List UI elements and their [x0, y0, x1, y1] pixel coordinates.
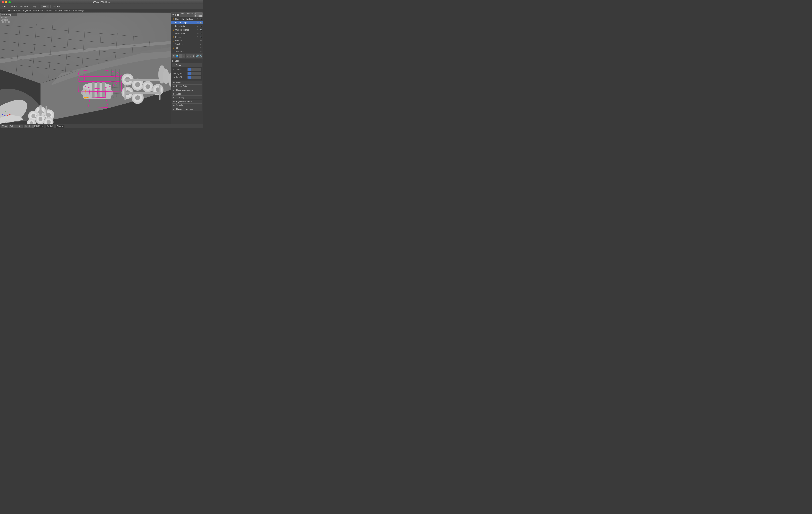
- item-name-2: Inner Slats: [175, 25, 196, 27]
- audio-arrow: ▶: [173, 93, 175, 95]
- pivot-badge[interactable]: Global: [46, 125, 54, 128]
- outliner-item-spoilers[interactable]: ▽ Spoilers 👁: [171, 43, 203, 46]
- bg-value-btn[interactable]: [188, 72, 191, 75]
- audio-title: Audio: [176, 93, 181, 95]
- status-btn-select[interactable]: Select: [9, 125, 17, 128]
- outliner-item-outboard-flaps[interactable]: ▽ Outboard Flaps 👁 📷: [171, 28, 203, 32]
- mesh-icon-7: ▽: [172, 43, 175, 46]
- outliner-tab-search[interactable]: Search: [186, 12, 194, 17]
- outliner-tab-view[interactable]: View: [180, 12, 186, 17]
- prop-btn-mesh[interactable]: △: [182, 54, 185, 58]
- vis-icon-7[interactable]: 👁: [199, 43, 202, 46]
- outliner-item-pylons[interactable]: ▽ Pylons 👁 📷: [171, 35, 203, 39]
- workspace-selector[interactable]: Default: [40, 5, 49, 8]
- vis-icon-4[interactable]: 👁: [196, 32, 199, 35]
- scene-collapse-label[interactable]: ▶ Scene: [171, 59, 203, 63]
- outliner-item-rudder[interactable]: ▽ Rudder 👁: [171, 39, 203, 43]
- render-icon-3[interactable]: 📷: [199, 28, 202, 31]
- info-faces: Faces:22/1,458: [38, 9, 52, 11]
- outliner-item-outer-slats[interactable]: ▽ Outer Slats 👁 📷: [171, 32, 203, 35]
- outliner-item-inboard-flaps[interactable]: ▽ Inboard Flaps 👁 📷: [171, 21, 203, 24]
- gravity-section[interactable]: ▶ ✓ Gravity: [172, 96, 202, 100]
- vis-icon-9[interactable]: 👁: [199, 50, 202, 53]
- outliner-tab-allscenes[interactable]: All Scenes: [195, 12, 203, 17]
- select-btn-label: Select: [10, 125, 16, 127]
- scene-selector[interactable]: Scene: [52, 5, 61, 8]
- prop-btn-modifiers[interactable]: 🔧: [199, 54, 202, 58]
- render-icon-1[interactable]: 📷: [199, 21, 202, 24]
- status-sep-2: [45, 125, 46, 128]
- info-mem: Mem:257.26M: [64, 9, 77, 11]
- prop-btn-world[interactable]: 🌍: [175, 54, 178, 58]
- custom-props-arrow: ▶: [173, 108, 175, 110]
- prop-btn-particles[interactable]: ✦: [189, 54, 192, 58]
- scene-section-header[interactable]: ▼ Scene: [172, 63, 202, 67]
- simplify-section[interactable]: ▶ Simplify: [172, 103, 202, 107]
- mesh-icon-1: ▽: [172, 21, 175, 24]
- camera-label: Camera:: [173, 69, 187, 71]
- active-clip-label: Active Clip:: [173, 76, 187, 78]
- camera-value[interactable]: [187, 68, 201, 71]
- titlebar: A350 - 1000.blend: [0, 0, 203, 4]
- item-icons-4: 👁 📷: [196, 32, 202, 35]
- mesh-icon-5: ▽: [172, 35, 175, 38]
- prop-btn-material[interactable]: ●: [185, 54, 188, 58]
- status-btn-mesh[interactable]: Mesh: [24, 125, 31, 128]
- keying-sets-section[interactable]: ▶ Keying Sets: [172, 84, 202, 88]
- vis-icon-8[interactable]: 👁: [199, 46, 202, 49]
- background-value[interactable]: [187, 72, 201, 75]
- outliner-item-horizontal-stabilizers[interactable]: ▽ Horizontal Stabilizers 👁 📷: [171, 17, 203, 21]
- outliner-item-tail[interactable]: ▽ Tail 👁: [171, 46, 203, 50]
- rigid-body-arrow: ▶: [173, 101, 175, 102]
- status-btn-add[interactable]: Add: [18, 125, 23, 128]
- vis-icon-5[interactable]: 👁: [196, 35, 199, 38]
- close-button[interactable]: [2, 1, 4, 3]
- simplify-title: Simplify: [176, 104, 183, 106]
- viewport-3d[interactable]: X Y Z User Persp Meters SStatus: UNDEFIN…: [0, 12, 171, 124]
- main-area: X Y Z User Persp Meters SStatus: UNDEFIN…: [0, 12, 203, 124]
- mesh-icon-3: ▽: [172, 28, 175, 31]
- menu-file[interactable]: File: [1, 5, 8, 8]
- prop-btn-physics[interactable]: ⚙: [193, 54, 195, 58]
- custom-props-title: Custom Properties: [176, 108, 193, 110]
- vis-icon-0[interactable]: 👁: [196, 18, 199, 20]
- units-title: Units: [176, 81, 181, 84]
- outliner-item-tires[interactable]: ▽ Tires.003 👁: [171, 50, 203, 53]
- audio-section[interactable]: ▶ Audio: [172, 92, 202, 96]
- prop-btn-scene[interactable]: 🎬: [172, 54, 175, 58]
- vis-icon-6[interactable]: 👁: [199, 39, 202, 42]
- prop-btn-constraints[interactable]: 🔗: [196, 54, 199, 58]
- left-panel: User Persp Meters SStatus: UNDEFINED: [0, 12, 18, 24]
- render-icon-2[interactable]: 📷: [199, 25, 202, 28]
- outliner-item-inner-slats[interactable]: ▽ Inner Slats 👁 📷: [171, 24, 203, 28]
- menu-help[interactable]: Help: [30, 5, 38, 8]
- rigid-body-world-section[interactable]: ▶ Rigid Body World: [172, 100, 202, 103]
- edit-mode-badge[interactable]: Edit Mode: [33, 125, 45, 128]
- vis-icon-1[interactable]: 👁: [196, 21, 199, 24]
- prop-btn-object[interactable]: ◻: [179, 54, 182, 58]
- item-icons-2: 👁 📷: [196, 25, 202, 28]
- outliner-header: Wings View Search All Scenes: [171, 12, 203, 17]
- render-icon-4[interactable]: 📷: [199, 32, 202, 35]
- vis-icon-2[interactable]: 👁: [196, 25, 199, 28]
- menu-window[interactable]: Window: [19, 5, 30, 8]
- custom-properties-section[interactable]: ▶ Custom Properties: [172, 107, 202, 111]
- active-clip-value[interactable]: [187, 76, 201, 79]
- render-icon-0[interactable]: 📷: [199, 18, 202, 20]
- scene-body: Camera: Background: Active Clip:: [172, 67, 202, 80]
- outliner-tabs: View Search All Scenes: [180, 12, 203, 17]
- units-arrow: ▶: [173, 82, 175, 83]
- vis-icon-3[interactable]: 👁: [196, 28, 199, 31]
- snap-badge[interactable]: Closest: [56, 125, 64, 128]
- units-section[interactable]: ▶ Units: [172, 81, 202, 84]
- render-icon-5[interactable]: 📷: [199, 35, 202, 38]
- color-management-section[interactable]: ▶ Color Management: [172, 88, 202, 92]
- minimize-button[interactable]: [5, 1, 7, 3]
- menu-separator-2: [50, 5, 51, 8]
- maximize-button[interactable]: [8, 1, 11, 3]
- camera-value-btn[interactable]: [188, 68, 191, 71]
- menu-render[interactable]: Render: [8, 5, 19, 8]
- clip-value-btn[interactable]: [188, 76, 191, 79]
- status-btn-view[interactable]: View: [1, 125, 8, 128]
- item-icons-5: 👁 📷: [196, 35, 202, 38]
